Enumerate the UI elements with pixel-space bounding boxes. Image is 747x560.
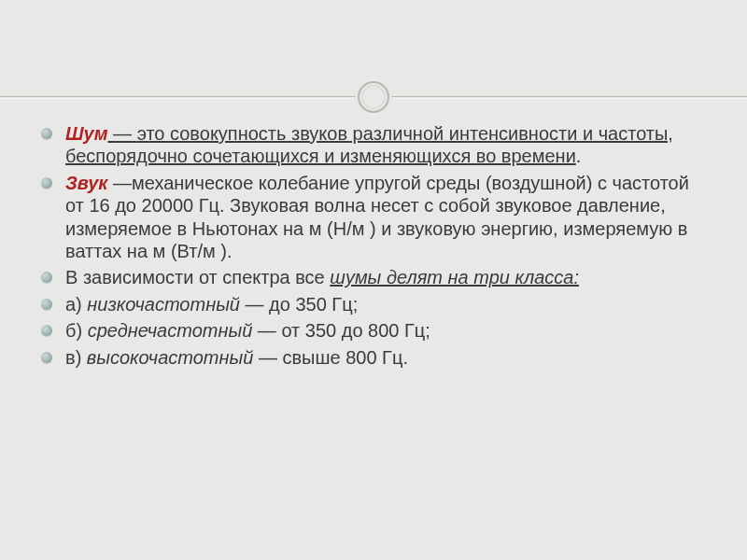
class-a-prefix: а): [65, 294, 87, 315]
sound-definition-text: —механическое колебание упругой среды (в…: [65, 173, 689, 261]
bullet-sound-definition: Звук —механическое колебание упругой сре…: [65, 172, 696, 263]
divider-ring-ornament: [358, 81, 389, 113]
class-b-term: среднечастотный: [88, 320, 253, 341]
bullet-class-a: а) низкочастотный — до 350 Гц;: [65, 293, 696, 315]
class-a-tail: — до 350 Гц;: [240, 294, 358, 315]
class-c-prefix: в): [65, 347, 87, 368]
noise-dash: —: [108, 123, 137, 144]
bullet-class-b: б) среднечастотный — от 350 до 800 Гц;: [65, 319, 696, 342]
class-a-term: низкочастотный: [87, 294, 240, 315]
bullet-list: Шум — это совокупность звуков различной …: [65, 122, 696, 369]
slide-content: Шум — это совокупность звуков различной …: [0, 117, 747, 369]
bullet-spectrum-intro: В зависимости от спектра все шумы делят …: [65, 266, 696, 288]
term-sound: Звук: [65, 173, 107, 193]
slide-divider: [0, 79, 747, 117]
term-noise: Шум: [65, 123, 108, 144]
class-c-term: высокочастотный: [87, 347, 254, 368]
class-b-prefix: б): [65, 320, 88, 341]
spectrum-phrase: шумы делят на три класса:: [330, 267, 579, 287]
noise-definition-text: это совокупность звуков различной интенс…: [65, 123, 673, 166]
noise-period: .: [576, 146, 582, 166]
bullet-noise-definition: Шум — это совокупность звуков различной …: [65, 122, 696, 168]
bullet-class-c: в) высокочастотный — свыше 800 Гц.: [65, 346, 696, 369]
class-b-tail: — от 350 до 800 Гц;: [252, 320, 430, 341]
class-c-tail: — свыше 800 Гц.: [253, 347, 408, 368]
slide-top-space: [0, 0, 747, 79]
spectrum-lead: В зависимости от спектра все: [65, 267, 330, 287]
